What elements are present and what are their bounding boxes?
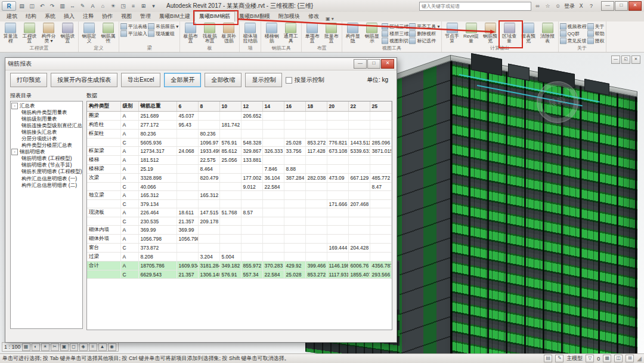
ribbon-small-button[interactable]: 删除视框: [409, 30, 439, 37]
maximize-button[interactable]: □: [615, 1, 628, 11]
report-table-container[interactable]: 构件类型级别钢筋总重681012141618202225圈梁A251.68945…: [86, 101, 392, 330]
tree-item[interactable]: 钢筋长度明细表 (工程模型): [11, 168, 82, 175]
view-control-icon[interactable]: ◐: [32, 343, 40, 351]
redo-icon[interactable]: ↷: [48, 2, 57, 10]
view-control-icon[interactable]: ▲: [98, 343, 107, 351]
tree-item[interactable]: 分层分项统计表: [11, 136, 82, 142]
tree-item[interactable]: 构件类型分楼层汇总表: [11, 142, 82, 149]
undo-icon[interactable]: ↶: [38, 2, 47, 10]
tree-item[interactable]: 构件汇总信息明细表 (一): [11, 176, 82, 182]
table-row[interactable]: C40.0669.01222.5848.47: [87, 183, 391, 191]
column-header[interactable]: 20: [327, 101, 348, 112]
table-row[interactable]: 过梁A8.2083.2045.004: [87, 253, 391, 262]
dialog-button[interactable]: 打印预览: [10, 73, 47, 87]
text-icon[interactable]: A: [88, 2, 97, 10]
table-row[interactable]: 砌体内墙A369.99369.99: [87, 226, 391, 235]
account-icon[interactable]: ☺: [554, 3, 562, 9]
table-row[interactable]: 框架柱A80.23680.236: [87, 130, 391, 139]
view-control-icon[interactable]: ◻: [70, 343, 78, 351]
ribbon-button[interactable]: 清除报表: [538, 22, 557, 44]
tree-item[interactable]: 钢筋连接类型级别直径汇总表: [11, 122, 82, 129]
ribbon-button[interactable]: 构件分类 ▾: [39, 22, 58, 44]
ribbon-small-button[interactable]: 帮助: [587, 30, 605, 37]
close-button[interactable]: ✕: [628, 1, 642, 11]
view-control-icon[interactable]: ☀: [41, 343, 49, 351]
design-option-icon[interactable]: ✎: [555, 355, 564, 362]
column-header[interactable]: 18: [305, 101, 327, 112]
column-header[interactable]: 16: [284, 101, 305, 112]
filter-icon[interactable]: ▽: [586, 355, 594, 362]
dialog-button[interactable]: 全部展开: [164, 73, 201, 87]
column-header[interactable]: 25: [370, 101, 391, 112]
table-row[interactable]: 楼梯A181.51222.57525.056133.881: [87, 156, 391, 165]
ribbon-small-button[interactable]: 授权: [587, 38, 605, 44]
ribbon-tab-2[interactable]: 系统: [41, 12, 60, 21]
checkbox-box[interactable]: [286, 77, 292, 84]
ribbon-button[interactable]: 节点手算: [443, 22, 462, 44]
minimize-button[interactable]: —: [354, 59, 367, 69]
ribbon-small-button[interactable]: 视图剖切: [382, 38, 408, 44]
ribbon-small-button[interactable]: 吊筋箍筋 ▾: [148, 23, 178, 30]
ribbon-small-button[interactable]: 区域三维: [382, 23, 408, 30]
tree-item[interactable]: 钢筋明细表 (节点手算): [11, 162, 82, 168]
ribbon-tab-1[interactable]: 结构: [21, 12, 41, 21]
table-row[interactable]: 砌体外墙A1056.7981056.798: [87, 235, 391, 244]
exchange-icon[interactable]: Ⅹ: [577, 3, 585, 9]
print-icon[interactable]: ▥: [58, 2, 67, 10]
table-row[interactable]: 楼梯梁A25.198.4647.8468.88: [87, 165, 391, 174]
region-quantity-button[interactable]: 区域查量: [500, 22, 519, 44]
report-catalog-tree[interactable]: -汇总表钢筋构件类型用量表钢筋级别用量表钢筋连接类型级别直径汇总表钢筋接头汇总表…: [10, 101, 83, 329]
table-row[interactable]: C379.134171.666207.468: [87, 200, 391, 208]
ribbon-button[interactable]: 板洞补强筋: [219, 22, 238, 44]
ribbon-tab-8[interactable]: 晨曦BIM土建: [155, 12, 194, 21]
ribbon-tab-0[interactable]: 建筑: [2, 12, 21, 21]
column-header[interactable]: 12: [241, 101, 262, 112]
dialog-button[interactable]: 全部收缩: [205, 73, 242, 87]
ribbon-button[interactable]: 钢筋设置: [58, 22, 77, 44]
table-row[interactable]: 现浇板A226.46418.611147.51551.7688.57: [87, 208, 391, 217]
thin-lines-icon[interactable]: ≡: [129, 2, 138, 10]
ribbon-tab-11[interactable]: 附加模块: [274, 12, 304, 21]
ribbon-button[interactable]: 筏板筋布置: [200, 22, 219, 44]
favorites-icon[interactable]: ☆: [544, 3, 552, 9]
ribbon-button[interactable]: 砌体墙拉结筋: [241, 22, 259, 44]
tag-icon[interactable]: ✎: [78, 2, 87, 10]
table-row[interactable]: C5605.9361096.97576.91548.32825.028853.2…: [87, 139, 391, 147]
minimize-button[interactable]: —: [601, 1, 614, 11]
tab-row-extra-icons[interactable]: ▣ ▾: [326, 16, 334, 21]
tree-item[interactable]: 钢筋级别用量表: [11, 116, 82, 122]
help-search-input[interactable]: [419, 2, 531, 11]
ribbon-small-button[interactable]: 意见反馈: [560, 38, 587, 44]
switch-windows-icon[interactable]: ⊞: [139, 2, 148, 10]
tab-chenxi-bim-rebar[interactable]: 晨曦BIM钢筋: [194, 11, 235, 21]
dialog-button[interactable]: 导出Excel: [121, 73, 160, 87]
view-control-icon[interactable]: ▦: [22, 343, 30, 351]
ribbon-small-button[interactable]: QQ群: [560, 30, 587, 37]
view-close-button[interactable]: ✕: [631, 56, 640, 64]
ribbon-small-button[interactable]: 楼层三维: [382, 30, 408, 37]
table-row[interactable]: 窗台C373.872169.444204.428: [87, 244, 391, 253]
collapse-icon[interactable]: -: [11, 103, 18, 109]
dialog-button[interactable]: 按展开内容生成报表: [51, 73, 117, 87]
view-control-icon[interactable]: ≡: [89, 343, 97, 351]
sun-icon[interactable]: ☀: [109, 2, 117, 10]
view-control-icon[interactable]: ✂: [51, 343, 59, 351]
view-scale-label[interactable]: 1 : 100: [4, 344, 21, 350]
ribbon-button[interactable]: 钢筋属性: [99, 22, 117, 44]
ribbon-button[interactable]: 批量布置: [322, 22, 340, 44]
resize-grip[interactable]: ◢: [637, 355, 642, 362]
column-header[interactable]: 8: [198, 101, 219, 112]
tree-section[interactable]: -钢筋明细表: [11, 149, 82, 155]
ribbon-button[interactable]: 单项布置: [303, 22, 321, 44]
ribbon-small-button[interactable]: 视频教程: [560, 23, 587, 30]
main-model-label[interactable]: 主模型: [566, 355, 583, 362]
ribbon-button[interactable]: 钢筋显示: [363, 22, 381, 44]
ribbon-button[interactable]: 楼梯钢筋: [262, 22, 281, 44]
column-header[interactable]: 6: [177, 101, 198, 112]
ribbon-tab-10[interactable]: 晨曦BIM翻模: [235, 12, 274, 21]
ribbon-button[interactable]: 钢筋预览: [481, 22, 500, 44]
table-row[interactable]: 合计A18705.7861609.9343181.284349.182855.9…: [87, 262, 391, 270]
table-row[interactable]: 次梁A3328.898820.479177.00236.104387.28428…: [87, 174, 391, 183]
view-control-icon[interactable]: ▣: [60, 343, 69, 351]
column-header[interactable]: 构件类型: [87, 101, 120, 112]
